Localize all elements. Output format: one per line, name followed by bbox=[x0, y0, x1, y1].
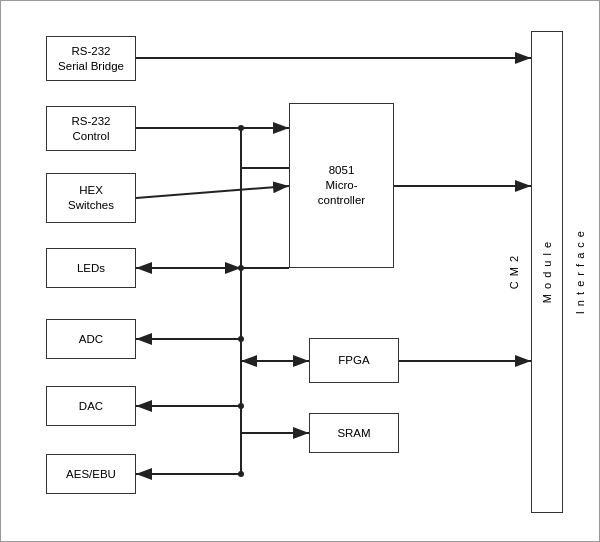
svg-point-17 bbox=[238, 265, 244, 271]
svg-line-4 bbox=[136, 186, 289, 198]
svg-point-20 bbox=[238, 471, 244, 477]
svg-point-19 bbox=[238, 403, 244, 409]
svg-point-18 bbox=[238, 336, 244, 342]
diagram-container: RS-232 Serial Bridge RS-232 Control HEX … bbox=[0, 0, 600, 542]
svg-point-21 bbox=[238, 125, 244, 131]
arrows-svg bbox=[1, 1, 600, 542]
